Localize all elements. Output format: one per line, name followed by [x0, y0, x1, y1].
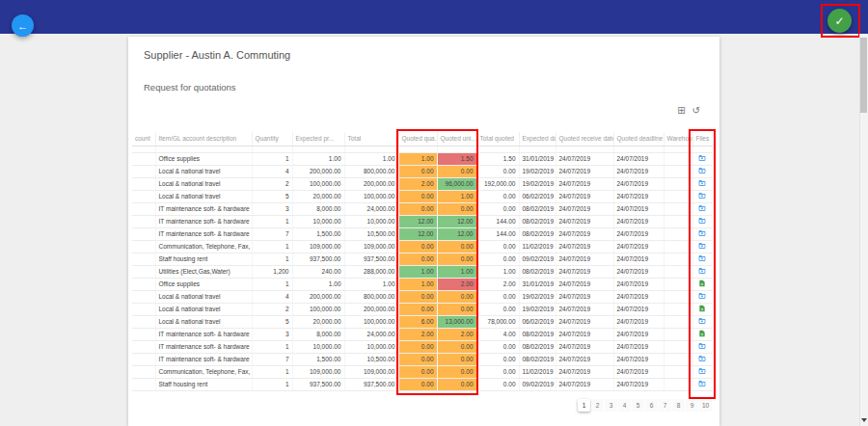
- column-header[interactable]: Files: [692, 132, 712, 146]
- column-header[interactable]: Expected pr...: [292, 132, 344, 146]
- open-folder-blue-icon[interactable]: [698, 254, 706, 262]
- table-row[interactable]: Communication, Telephone, Fax, Int.1109,…: [132, 240, 712, 253]
- table-cell: 24/07/2019: [613, 378, 664, 390]
- table-row[interactable]: Office supplies11.001.001.002.002.0031/0…: [132, 278, 712, 290]
- table-row[interactable]: Local & national travel4200,000.00800,00…: [132, 165, 712, 177]
- column-header[interactable]: Item/GL account description: [155, 132, 252, 146]
- table-row[interactable]: Communication, Telephone, Fax, Int.1109,…: [132, 365, 712, 378]
- table-row[interactable]: Local & national travel2100,000.00200,00…: [132, 177, 712, 190]
- table-row[interactable]: Staff housing rent1937,500.00937,500.000…: [132, 378, 712, 390]
- table-cell: 24/07/2019: [613, 315, 664, 328]
- column-header[interactable]: Total: [344, 132, 398, 146]
- table-cell: [132, 378, 155, 390]
- table-cell: 24/07/2019: [613, 278, 664, 290]
- page-button-3[interactable]: 3: [605, 399, 617, 412]
- table-cell: [132, 328, 155, 340]
- table-row[interactable]: IT maintenance soft- & hardware71,500.00…: [132, 353, 712, 365]
- pagination: 12345678910: [578, 399, 712, 412]
- scrollbar-thumb[interactable]: [860, 38, 867, 113]
- table-row[interactable]: Office supplies11.001.001.001.501.5031/0…: [132, 152, 712, 165]
- open-folder-blue-icon[interactable]: [698, 179, 706, 187]
- table-row[interactable]: Staff housing rent1937,500.00937,500.000…: [132, 253, 712, 265]
- table-cell: 1: [252, 340, 292, 353]
- open-folder-blue-icon[interactable]: [698, 192, 706, 200]
- table-cell: 24/07/2019: [556, 265, 613, 278]
- table-row[interactable]: IT maintenance soft- & hardware38,000.00…: [132, 202, 712, 215]
- column-header[interactable]: Quantity: [252, 132, 292, 146]
- table-cell: 0.00: [437, 240, 476, 253]
- table-cell: [132, 365, 155, 378]
- table-cell: 0.00: [437, 202, 476, 215]
- table-row[interactable]: IT maintenance soft- & hardware38,000.00…: [132, 328, 712, 340]
- add-file-green-icon[interactable]: [698, 305, 706, 312]
- table-cell: 24/07/2019: [556, 253, 613, 265]
- open-folder-blue-icon[interactable]: [698, 380, 706, 387]
- page-button-9[interactable]: 9: [686, 399, 698, 412]
- table-cell: 24/07/2019: [613, 152, 664, 165]
- table-row[interactable]: Local & national travel2100,000.00200,00…: [132, 303, 712, 315]
- table-row[interactable]: IT maintenance soft- & hardware110,000.0…: [132, 340, 712, 353]
- open-folder-blue-icon[interactable]: [698, 355, 706, 362]
- table-cell: 8,000.00: [292, 202, 344, 215]
- column-header[interactable]: Expected date: [519, 132, 556, 146]
- column-header[interactable]: count: [132, 132, 155, 146]
- open-folder-blue-icon[interactable]: [698, 229, 706, 237]
- page-button-6[interactable]: 6: [645, 399, 658, 412]
- column-header[interactable]: Quoted receive date: [556, 132, 613, 146]
- column-header[interactable]: Quoted uni...: [437, 132, 476, 146]
- table-row[interactable]: IT maintenance soft- & hardware110,000.0…: [132, 215, 712, 227]
- table-cell: 3: [252, 202, 292, 215]
- open-folder-blue-icon[interactable]: [698, 267, 706, 275]
- table-cell: 937,500.00: [344, 378, 398, 390]
- undo-icon[interactable]: ↺: [692, 106, 700, 117]
- blank-cell: [519, 146, 556, 152]
- page-button-8[interactable]: 8: [672, 399, 685, 412]
- column-header[interactable]: Quoted qua...: [398, 132, 437, 146]
- content-card: Supplier - Austin A. Commuting Request f…: [128, 37, 719, 426]
- table-row[interactable]: Local & national travel520,000.00100,000…: [132, 315, 712, 328]
- table-row[interactable]: Local & national travel520,000.00100,000…: [132, 190, 712, 202]
- table-cell: 1.00: [292, 278, 344, 290]
- table-cell: 12.00: [398, 215, 437, 227]
- table-cell: 144.00: [476, 227, 519, 240]
- back-button[interactable]: ←: [12, 14, 34, 37]
- page-button-5[interactable]: 5: [632, 399, 644, 412]
- check-icon: ✓: [834, 14, 844, 28]
- table-cell: [664, 202, 692, 215]
- table-cell: 8,000.00: [292, 328, 344, 340]
- table-cell: IT maintenance soft- & hardware: [155, 353, 252, 365]
- scroll-down-icon[interactable]: [860, 416, 867, 424]
- open-folder-blue-icon[interactable]: [698, 204, 706, 212]
- confirm-button[interactable]: ✓: [827, 9, 852, 33]
- open-folder-blue-icon[interactable]: [698, 217, 706, 225]
- table-cell: [132, 315, 155, 328]
- page-button-7[interactable]: 7: [659, 399, 671, 412]
- column-header[interactable]: Total quoted: [476, 132, 519, 146]
- page-button-2[interactable]: 2: [591, 399, 604, 412]
- open-folder-blue-icon[interactable]: [698, 367, 706, 375]
- table-row[interactable]: Local & national travel4200,000.00800,00…: [132, 290, 712, 303]
- grid-icon[interactable]: ⊞: [677, 106, 685, 117]
- table-cell: IT maintenance soft- & hardware: [155, 227, 252, 240]
- open-folder-blue-icon[interactable]: [698, 154, 706, 162]
- table-cell: 100,000.00: [344, 190, 398, 202]
- table-cell: 12.00: [437, 215, 476, 227]
- open-folder-blue-icon[interactable]: [698, 317, 706, 325]
- files-cell: [692, 215, 712, 227]
- add-file-green-icon[interactable]: [698, 330, 706, 337]
- open-folder-blue-icon[interactable]: [698, 167, 706, 174]
- open-folder-blue-icon[interactable]: [698, 342, 706, 350]
- table-row[interactable]: Utilities (Elect,Gas,Water)1,200240.0028…: [132, 265, 712, 278]
- open-folder-blue-icon[interactable]: [698, 242, 706, 250]
- table-cell: 08/02/2019: [519, 353, 556, 365]
- column-header[interactable]: Quoted deadline: [613, 132, 664, 146]
- table-row[interactable]: IT maintenance soft- & hardware71,500.00…: [132, 227, 712, 240]
- table-cell: 1.50: [437, 152, 476, 165]
- page-button-10[interactable]: 10: [699, 399, 712, 412]
- page-button-1[interactable]: 1: [578, 399, 590, 412]
- open-folder-blue-icon[interactable]: [698, 292, 706, 300]
- add-file-green-icon[interactable]: [698, 280, 706, 287]
- vertical-scrollbar[interactable]: [859, 34, 868, 426]
- column-header[interactable]: Warehouse: [664, 132, 692, 146]
- page-button-4[interactable]: 4: [618, 399, 631, 412]
